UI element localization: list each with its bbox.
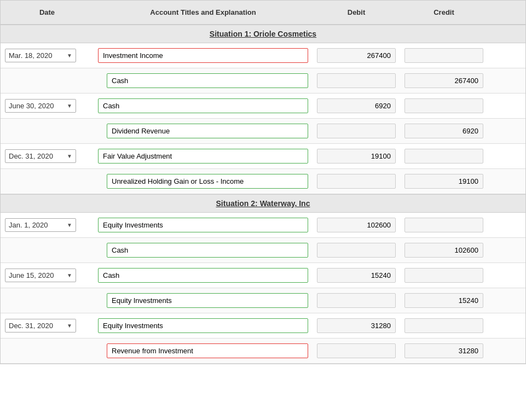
table-row: Jan. 1, 2020▼: [1, 213, 525, 238]
date-cell: [1, 178, 94, 185]
date-value: Dec. 31, 2020: [9, 152, 53, 160]
account-input[interactable]: [98, 218, 308, 232]
chevron-down-icon: ▼: [67, 153, 72, 159]
debit-input[interactable]: [317, 48, 396, 63]
account-cell: [94, 290, 313, 311]
credit-cell: [400, 45, 488, 66]
chevron-down-icon: ▼: [67, 103, 72, 109]
account-input[interactable]: [98, 149, 308, 164]
debit-input[interactable]: [317, 73, 396, 88]
account-input[interactable]: [98, 318, 308, 333]
date-dropdown[interactable]: Mar. 18, 2020▼: [5, 49, 76, 62]
debit-input[interactable]: [317, 343, 396, 358]
credit-cell: [400, 290, 488, 311]
table-row: Mar. 18, 2020▼: [1, 43, 525, 68]
account-input[interactable]: [98, 48, 308, 63]
credit-input[interactable]: [404, 318, 483, 333]
date-cell: [1, 348, 94, 354]
account-cell: [94, 45, 313, 66]
debit-input[interactable]: [317, 98, 396, 113]
date-dropdown[interactable]: Dec. 31, 2020▼: [5, 319, 76, 332]
credit-input[interactable]: [404, 243, 483, 258]
credit-input[interactable]: [404, 343, 483, 358]
debit-cell: [313, 70, 400, 91]
account-cell: [94, 240, 313, 261]
debit-input[interactable]: [317, 124, 396, 138]
table-row: [1, 68, 525, 94]
debit-cell: [313, 240, 400, 261]
account-input[interactable]: [107, 73, 308, 88]
account-input[interactable]: [107, 124, 308, 138]
credit-input[interactable]: [404, 293, 483, 308]
date-cell: [1, 78, 94, 84]
chevron-down-icon: ▼: [67, 52, 72, 59]
table-row: [1, 288, 525, 313]
debit-cell: [313, 214, 400, 236]
date-cell: [1, 128, 94, 135]
journal-table: Date Account Titles and Explanation Debi…: [0, 0, 526, 364]
account-input[interactable]: [98, 268, 308, 283]
date-dropdown[interactable]: Jan. 1, 2020▼: [5, 218, 76, 232]
account-cell: [94, 70, 313, 91]
credit-input[interactable]: [404, 174, 483, 189]
debit-cell: [313, 340, 400, 361]
debit-input[interactable]: [317, 268, 396, 283]
date-value: Jan. 1, 2020: [9, 221, 48, 229]
credit-cell: [400, 145, 488, 167]
debit-input[interactable]: [317, 318, 396, 333]
debit-input[interactable]: [317, 149, 396, 164]
account-cell: [94, 214, 313, 236]
account-cell: [94, 95, 313, 116]
table-row: Dec. 31, 2020▼: [1, 313, 525, 339]
situation2-rows: Jan. 1, 2020▼June 15, 2020▼Dec. 31, 2020…: [1, 213, 525, 364]
credit-header: Credit: [400, 6, 488, 19]
debit-input[interactable]: [317, 293, 396, 308]
debit-input[interactable]: [317, 174, 396, 189]
credit-input[interactable]: [404, 48, 483, 63]
credit-input[interactable]: [404, 149, 483, 164]
credit-cell: [400, 340, 488, 361]
account-input[interactable]: [107, 293, 308, 308]
credit-cell: [400, 70, 488, 91]
date-dropdown[interactable]: June 30, 2020▼: [5, 99, 76, 113]
situation2-title: Situation 2: Waterway, Inc: [5, 199, 521, 208]
account-input[interactable]: [107, 243, 308, 258]
situation1-rows: Mar. 18, 2020▼June 30, 2020▼Dec. 31, 202…: [1, 43, 525, 194]
date-header: Date: [1, 6, 94, 19]
situation1-title: Situation 1: Oriole Cosmetics: [5, 30, 521, 38]
situation2-header: Situation 2: Waterway, Inc: [1, 194, 525, 213]
credit-input[interactable]: [404, 124, 483, 138]
table-row: June 15, 2020▼: [1, 263, 525, 288]
chevron-down-icon: ▼: [67, 222, 72, 228]
account-input[interactable]: [107, 174, 308, 189]
credit-cell: [400, 171, 488, 192]
credit-cell: [400, 214, 488, 236]
account-input[interactable]: [98, 98, 308, 113]
credit-input[interactable]: [404, 218, 483, 232]
date-cell: [1, 298, 94, 304]
debit-cell: [313, 315, 400, 336]
account-cell: [94, 171, 313, 192]
date-dropdown[interactable]: Dec. 31, 2020▼: [5, 149, 76, 163]
credit-input[interactable]: [404, 98, 483, 113]
debit-cell: [313, 171, 400, 192]
date-cell: Dec. 31, 2020▼: [1, 146, 94, 166]
date-dropdown[interactable]: June 15, 2020▼: [5, 269, 76, 282]
table-row: [1, 238, 525, 263]
credit-input[interactable]: [404, 73, 483, 88]
date-cell: Dec. 31, 2020▼: [1, 316, 94, 336]
chevron-down-icon: ▼: [67, 323, 72, 329]
debit-input[interactable]: [317, 218, 396, 232]
debit-input[interactable]: [317, 243, 396, 258]
table-row: [1, 119, 525, 144]
table-row: [1, 169, 525, 194]
account-cell: [94, 315, 313, 336]
debit-cell: [313, 95, 400, 116]
credit-cell: [400, 240, 488, 261]
date-value: Mar. 18, 2020: [9, 51, 53, 60]
credit-cell: [400, 95, 488, 116]
credit-input[interactable]: [404, 268, 483, 283]
date-value: June 30, 2020: [9, 102, 54, 110]
account-cell: [94, 120, 313, 142]
account-input[interactable]: [107, 343, 308, 358]
